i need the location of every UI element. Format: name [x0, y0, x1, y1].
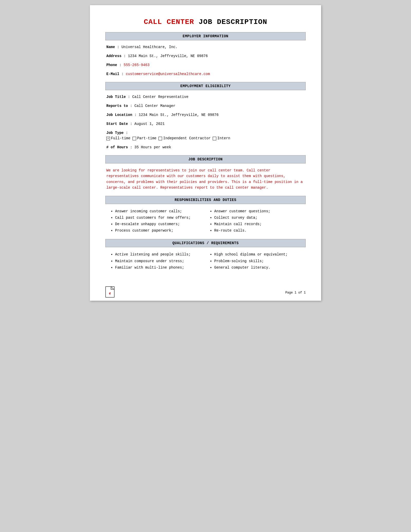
job-description-content: We are looking for representatives to jo… [105, 168, 306, 191]
svg-text:e: e [109, 291, 111, 295]
responsibilities-col1: Answer incoming customer calls; Call pas… [106, 208, 206, 234]
fulltime-option: Full-time [106, 136, 130, 141]
job-description-text: We are looking for representatives to jo… [106, 168, 305, 191]
intern-label: Intern [217, 136, 230, 141]
list-item: Familiar with multi-line phones; [115, 264, 206, 271]
list-item: High school diploma or equivalent; [214, 251, 305, 258]
page-footer: Page 1 of 1 [285, 291, 306, 295]
employer-content: Name : Universal Healthcare, Inc. Addres… [105, 44, 306, 77]
responsibilities-section: RESPONSIBILITIES AND DUTIES Answer incom… [105, 196, 306, 234]
list-item: Process customer paperwork; [115, 227, 206, 234]
list-item: Answer customer questions; [214, 208, 305, 215]
employer-phone-value: 555-265-9463 [124, 63, 150, 67]
title-red: CALL CENTER [144, 18, 194, 26]
employer-address-colon: : [124, 54, 128, 58]
job-location-label: Job Location [106, 113, 132, 117]
employer-address-row: Address : 1234 Main St., Jeffreyville, N… [106, 53, 305, 59]
job-title-value: Call Center Representative [132, 95, 188, 99]
qualifications-section: QUALIFICATIONS / REQUIREMENTS Active lis… [105, 239, 306, 271]
employer-email-colon: : [122, 72, 126, 76]
document-page: CALL CENTER JOB DESCRIPTION EMPLOYER INF… [90, 5, 321, 301]
job-title-label: Job Title [106, 95, 126, 99]
responsibilities-col2: Answer customer questions; Collect surve… [206, 208, 305, 234]
employer-email-value: customerservice@universalhealthcare.com [126, 72, 210, 76]
title-black: JOB DESCRIPTION [194, 18, 267, 26]
start-date-row: Start Date : August 1, 2021 [106, 121, 305, 127]
document-icon: e [105, 286, 114, 296]
job-description-header: JOB DESCRIPTION [105, 155, 306, 163]
reports-to-label: Reports to [106, 104, 128, 108]
job-type-options: Full-time Part-time Independent Contract… [106, 136, 305, 141]
start-date-label: Start Date [106, 122, 128, 126]
employer-name-value: Universal Healthcare, Inc. [122, 45, 178, 49]
responsibilities-header: RESPONSIBILITIES AND DUTIES [105, 196, 306, 204]
hours-value: 35 Hours per week [134, 145, 171, 149]
list-item: General computer literacy. [214, 264, 305, 271]
parttime-checkbox [133, 137, 136, 140]
qualifications-content: Active listening and people skills; Main… [105, 251, 306, 271]
qualifications-col1: Active listening and people skills; Main… [106, 251, 206, 271]
start-date-value: August 1, 2021 [134, 122, 165, 126]
employer-address-label: Address [106, 54, 122, 58]
responsibilities-list: Answer incoming customer calls; Call pas… [106, 208, 305, 234]
fulltime-checkbox [106, 137, 110, 140]
employer-name-colon: : [117, 45, 122, 49]
employer-address-value: 1234 Main St., Jeffreyville, NE 09876 [128, 54, 208, 58]
employer-name-label: Name [106, 45, 115, 49]
fulltime-label: Full-time [111, 136, 130, 141]
reports-to-row: Reports to : Call Center Manager [106, 103, 305, 109]
employer-email-row: E-Mail : customerservice@universalhealth… [106, 71, 305, 77]
list-item: De-escalate unhappy customers; [115, 221, 206, 227]
job-type-row: Job Type : Full-time Part-time Independe… [106, 130, 305, 141]
hours-label: # of Hours [106, 145, 128, 149]
list-item: Maintain composure under stress; [115, 258, 206, 264]
responsibilities-content: Answer incoming customer calls; Call pas… [105, 208, 306, 234]
employment-content: Job Title : Call Center Representative R… [105, 94, 306, 150]
list-item: Answer incoming customer calls; [115, 208, 206, 215]
list-item: Problem-solving skills; [214, 258, 305, 264]
employment-header: EMPLOYMENT ELIGIBILITY [105, 82, 306, 90]
contractor-label: Independent Contractor [163, 136, 211, 141]
employer-phone-colon: : [119, 63, 124, 67]
parttime-label: Part-time [137, 136, 157, 141]
page-title: CALL CENTER JOB DESCRIPTION [105, 18, 306, 26]
contractor-option: Independent Contractor [158, 136, 211, 141]
employer-phone-row: Phone : 555-265-9463 [106, 62, 305, 68]
qualifications-list: Active listening and people skills; Main… [106, 251, 305, 271]
employer-phone-label: Phone [106, 63, 117, 67]
page-number: Page 1 of 1 [285, 291, 306, 295]
employer-name-row: Name : Universal Healthcare, Inc. [106, 44, 305, 50]
intern-option: Intern [213, 136, 230, 141]
intern-checkbox [213, 137, 216, 140]
employer-section: EMPLOYER INFORMATION Name : Universal He… [105, 32, 306, 77]
job-title-row: Job Title : Call Center Representative [106, 94, 305, 100]
contractor-checkbox [158, 137, 162, 140]
job-location-value: 1234 Main St., Jeffreyville, NE 09876 [139, 113, 219, 117]
job-location-row: Job Location : 1234 Main St., Jeffreyvil… [106, 112, 305, 118]
list-item: Maintain call records; [214, 221, 305, 227]
job-description-section: JOB DESCRIPTION We are looking for repre… [105, 155, 306, 191]
job-type-label: Job Type [106, 131, 124, 135]
employer-header: EMPLOYER INFORMATION [105, 32, 306, 40]
list-item: Collect survey data; [214, 215, 305, 221]
list-item: Re-route calls. [214, 227, 305, 234]
qualifications-header: QUALIFICATIONS / REQUIREMENTS [105, 239, 306, 247]
parttime-option: Part-time [133, 136, 157, 141]
employer-email-label: E-Mail [106, 72, 119, 76]
employment-section: EMPLOYMENT ELIGIBILITY Job Title : Call … [105, 82, 306, 150]
list-item: Active listening and people skills; [115, 251, 206, 258]
list-item: Call past customers for new offers; [115, 215, 206, 221]
hours-row: # of Hours : 35 Hours per week [106, 145, 305, 150]
qualifications-col2: High school diploma or equivalent; Probl… [206, 251, 305, 271]
reports-to-value: Call Center Manager [134, 104, 175, 108]
